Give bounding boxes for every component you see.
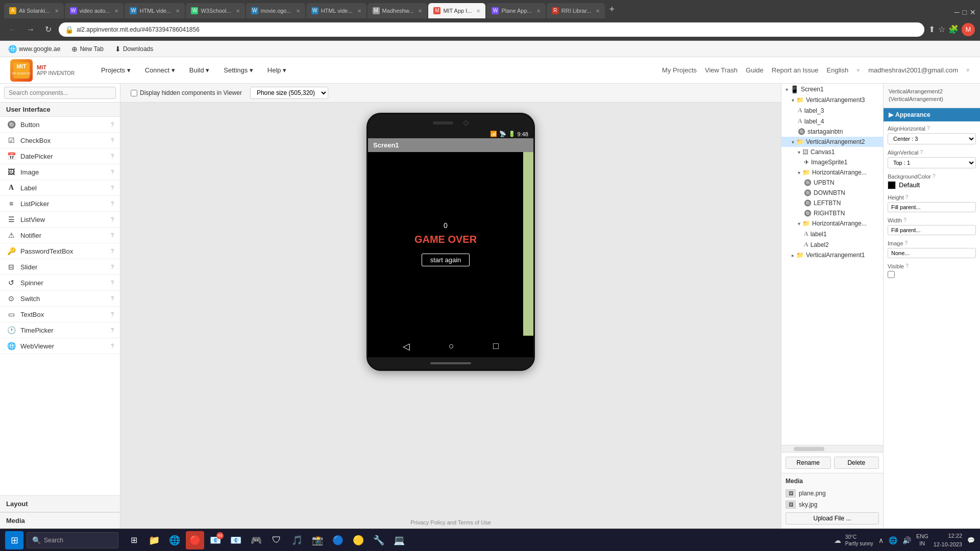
report-issue-link[interactable]: Report an Issue [772,66,819,74]
taskbar-app-task-view[interactable]: ⊞ [125,531,143,549]
slider-help[interactable]: ? [111,264,114,270]
comp-listpicker[interactable]: ≡ ListPicker ? [0,196,120,212]
back-nav-icon[interactable]: ◁ [403,341,410,352]
tab-rri[interactable]: R RRI Librar... ✕ [547,3,605,18]
tree-toggle-canvas1[interactable]: ▾ [798,149,800,155]
tree-toggle-screen1[interactable]: ▾ [786,87,788,92]
tree-va1[interactable]: ▸ 📁 VerticalArrangement1 [781,250,883,260]
width-help[interactable]: ? [903,217,906,223]
language-indicator[interactable]: ENG IN [916,533,928,546]
tree-label3[interactable]: A label_3 [781,105,883,116]
align-v-help[interactable]: ? [920,149,923,155]
search-components-input[interactable] [4,87,116,99]
taskbar-app-shield[interactable]: 🛡 [267,531,286,549]
comp-listview[interactable]: ☰ ListView ? [0,212,120,228]
datepicker-help[interactable]: ? [111,153,114,159]
visible-checkbox[interactable] [888,271,895,278]
guide-link[interactable]: Guide [746,66,764,74]
tree-startagain[interactable]: 🔘 startagainbtn [781,127,883,137]
listpicker-help[interactable]: ? [111,201,114,207]
height-input[interactable] [888,202,976,212]
tab-madhesh[interactable]: M Madheshw... ✕ [368,3,428,18]
notifier-help[interactable]: ? [111,232,114,238]
refresh-button[interactable]: ↻ [42,22,55,36]
taskbar-app-yellow[interactable]: 🟡 [349,531,368,549]
taskbar-search[interactable]: 🔍 Search [27,532,118,548]
comp-image[interactable]: 🖼 Image ? [0,164,120,180]
nav-connect[interactable]: Connect ▾ [139,63,181,77]
comp-spinner[interactable]: ↺ Spinner ? [0,275,120,291]
taskbar-app-tools[interactable]: 🔧 [370,531,388,549]
volume-icon[interactable]: 🔊 [902,536,911,544]
taskbar-app-game[interactable]: 🎮 [247,531,265,549]
tree-h-scroll[interactable] [781,445,883,452]
bookmark-downloads[interactable]: ⬇ Downloads [112,44,156,54]
layout-section[interactable]: Layout [0,495,120,512]
media-section[interactable]: Media [0,512,120,529]
tab-ali[interactable]: A Ali Solanki... ✕ [4,3,64,18]
tree-ha1[interactable]: ▾ 📁 HorizontalArrange... [781,167,883,178]
bg-color-help[interactable]: ? [933,173,936,179]
back-button[interactable]: ← [5,23,19,36]
tree-upbtn[interactable]: 🔘 UPBTN [781,178,883,188]
comp-checkbox[interactable]: ☑ CheckBox ? [0,133,120,148]
comp-datepicker[interactable]: 📅 DatePicker ? [0,148,120,164]
comp-passwordtextbox[interactable]: 🔑 PasswordTextBox ? [0,243,120,259]
user-icon[interactable]: M [962,23,975,36]
taskbar-app-music[interactable]: 🎵 [288,531,306,549]
delete-button[interactable]: Delete [834,457,879,469]
extensions-icon[interactable]: 🧩 [948,24,959,34]
forward-button[interactable]: → [23,23,38,36]
start-button[interactable]: ⊞ [5,531,23,549]
tree-rightbtn[interactable]: 🔘 RIGHTBTN [781,208,883,218]
taskbar-app-photos[interactable]: 📸 [308,531,327,549]
share-icon[interactable]: ⬆ [928,24,935,34]
checkbox-help[interactable]: ? [111,137,114,143]
nav-build[interactable]: Build ▾ [183,63,216,77]
bookmark-google[interactable]: 🌐 www.google.ae [5,44,63,54]
listview-help[interactable]: ? [111,216,114,222]
tab-video-auto[interactable]: W video auto... ✕ [65,3,124,18]
my-projects-link[interactable]: My Projects [662,66,697,74]
tab-movie[interactable]: W movie.ogo... ✕ [246,3,305,18]
tree-canvas1[interactable]: ▾ 🖼 Canvas1 [781,147,883,157]
tab-mit-app[interactable]: M MIT App I... ✕ [428,3,485,18]
spinner-help[interactable]: ? [111,280,114,286]
comp-webviewer[interactable]: 🌐 WebViewer ? [0,338,120,354]
tree-toggle-ha2[interactable]: ▾ [798,221,800,227]
taskbar-app-terminal[interactable]: 💻 [390,531,408,549]
taskbar-app-mail[interactable]: 📧 43 [206,531,225,549]
align-h-help[interactable]: ? [927,126,930,131]
comp-timepicker[interactable]: 🕐 TimePicker ? [0,322,120,338]
tree-scroll[interactable]: ▾ 📱 Screen1 ▾ 📁 VerticalArrangement3 A [781,84,883,445]
tree-downbtn[interactable]: 🔘 DOWNBTN [781,188,883,198]
tree-toggle-va1[interactable]: ▸ [792,253,794,258]
url-bar[interactable]: 🔒 ai2.appinventor.mit.edu/#4673394786041… [59,22,924,37]
user-email[interactable]: madheshravi2001@gmail.com [868,66,958,74]
hidden-components-checkbox[interactable] [131,90,137,96]
image-input[interactable] [888,248,976,258]
tree-va2[interactable]: ▾ 📁 VerticalArrangement2 [781,137,883,147]
taskbar-app-outlook[interactable]: 📧 [227,531,245,549]
weather-icon[interactable]: ☁ [834,536,841,544]
hidden-components-label[interactable]: Display hidden components in Viewer [131,89,242,96]
tree-screen1[interactable]: ▾ 📱 Screen1 [781,84,883,95]
nav-settings[interactable]: Settings ▾ [217,63,259,77]
bookmark-icon[interactable]: ☆ [938,24,945,34]
comp-label[interactable]: A Label ? [0,180,120,196]
align-vertical-select[interactable]: Top : 1 [888,157,976,168]
webviewer-help[interactable]: ? [111,343,114,349]
h-scroll-thumb[interactable] [794,447,824,451]
label-help[interactable]: ? [111,185,114,191]
taskbar-app-browser1[interactable]: 🌐 [165,531,184,549]
comp-button[interactable]: 🔘 Button ? [0,117,120,133]
view-trash-link[interactable]: View Trash [705,66,738,74]
recents-nav-icon[interactable]: □ [493,341,499,352]
tree-label1[interactable]: A label1 [781,229,883,239]
timepicker-help[interactable]: ? [111,327,114,333]
switch-help[interactable]: ? [111,295,114,302]
align-horizontal-select[interactable]: Center : 3 [888,133,976,144]
height-help[interactable]: ? [905,194,909,200]
tree-toggle-va2[interactable]: ▾ [792,139,794,145]
minimize-button[interactable]: ─ [954,8,960,16]
